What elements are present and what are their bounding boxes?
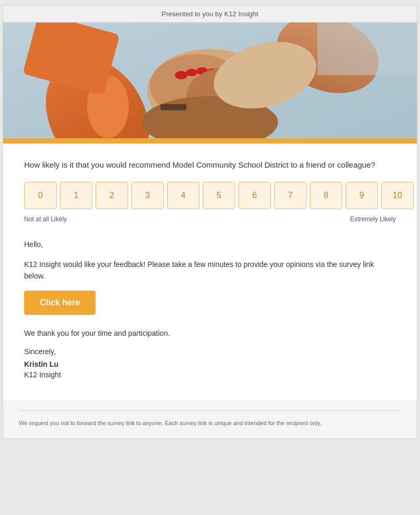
rating-btn-7[interactable]: 7	[274, 182, 307, 209]
rating-labels: Not at all Likely Extremely Likely	[24, 215, 396, 223]
svg-point-8	[175, 71, 187, 79]
sender-name: Kristin Lu	[24, 360, 396, 368]
svg-point-9	[186, 69, 197, 76]
rating-btn-5[interactable]: 5	[203, 182, 235, 209]
rating-scale: 0 1 2 3 4 5 6 7 8 9 10	[24, 182, 396, 209]
svg-rect-16	[317, 23, 417, 75]
rating-btn-1[interactable]: 1	[60, 182, 92, 209]
rating-btn-9[interactable]: 9	[345, 182, 378, 209]
footer-area: We request you not to forward the survey…	[3, 400, 417, 438]
rating-btn-6[interactable]: 6	[238, 182, 271, 209]
presented-by-text: Presented to you by K12 Insight	[162, 10, 258, 18]
rating-btn-8[interactable]: 8	[310, 182, 342, 209]
main-content: How likely is it that you would recommen…	[3, 143, 417, 395]
rating-btn-0[interactable]: 0	[24, 182, 57, 209]
question-text: How likely is it that you would recommen…	[24, 159, 396, 171]
sender-org: K12 Insight	[24, 370, 396, 379]
email-container: Presented to you by K12 Insight	[3, 5, 417, 439]
svg-rect-14	[160, 104, 186, 110]
thank-you-text: We thank you for your time and participa…	[24, 327, 396, 339]
rating-btn-10[interactable]: 10	[381, 182, 414, 209]
sincerely-text: Sincerely,	[24, 347, 396, 356]
greeting-text: Hello,	[24, 239, 396, 250]
orange-divider	[3, 138, 417, 143]
rating-btn-4[interactable]: 4	[167, 182, 200, 209]
footer-divider	[19, 410, 401, 411]
click-here-button[interactable]: Click here	[24, 291, 96, 315]
rating-btn-3[interactable]: 3	[131, 182, 164, 209]
label-not-likely: Not at all Likely	[24, 215, 67, 223]
label-extremely-likely: Extremely Likely	[350, 215, 396, 223]
rating-btn-2[interactable]: 2	[96, 182, 128, 209]
hero-image	[3, 23, 417, 138]
body-paragraph: K12 Insight would like your feedback! Pl…	[24, 259, 396, 282]
hero-svg	[3, 23, 417, 138]
header-bar: Presented to you by K12 Insight	[3, 6, 417, 23]
footer-disclaimer: We request you not to forward the survey…	[3, 419, 417, 428]
